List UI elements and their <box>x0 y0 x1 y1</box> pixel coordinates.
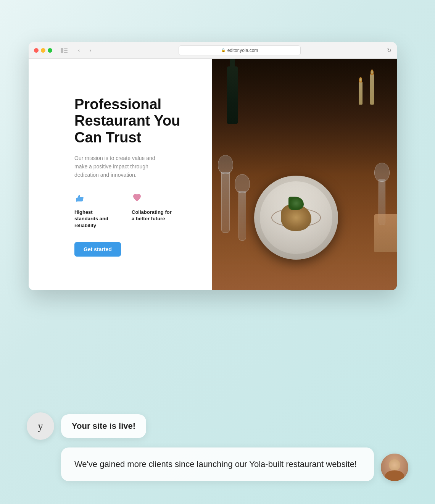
chat-section: y Your site is live! We've gained more c… <box>27 412 408 481</box>
yola-avatar: y <box>27 412 54 440</box>
traffic-lights <box>34 48 52 53</box>
svg-rect-0 <box>61 48 63 53</box>
panel-toggle-icon[interactable] <box>61 48 68 53</box>
maximize-button[interactable] <box>48 48 52 53</box>
refresh-button[interactable]: ↻ <box>387 47 392 53</box>
url-text: editor.yola.com <box>227 48 258 53</box>
browser-chrome: ‹ › 🔒 editor.yola.com ↻ <box>29 42 397 59</box>
image-overlay <box>212 59 397 290</box>
browser-nav-icons: ‹ › <box>74 46 95 55</box>
svg-rect-4 <box>76 198 77 202</box>
restaurant-scene <box>212 59 397 290</box>
hero-title: Professional Restaurant You Can Trust <box>74 96 191 146</box>
browser-window: ‹ › 🔒 editor.yola.com ↻ Professional Res… <box>29 42 397 290</box>
back-button[interactable]: ‹ <box>74 46 84 55</box>
url-bar[interactable]: 🔒 editor.yola.com <box>179 45 301 55</box>
lock-icon: 🔒 <box>221 48 226 52</box>
heart-icon <box>132 193 174 206</box>
svg-rect-3 <box>64 52 68 53</box>
features-row: Highest standards and reliability Collab… <box>74 193 191 229</box>
minimize-button[interactable] <box>41 48 45 53</box>
feature-1: Highest standards and reliability <box>74 193 116 229</box>
svg-rect-2 <box>64 50 68 51</box>
close-button[interactable] <box>34 48 39 53</box>
forward-button[interactable]: › <box>86 46 95 55</box>
feature-2-label: Collaborating for a better future <box>132 209 174 222</box>
get-started-button[interactable]: Get started <box>74 242 121 257</box>
chat-bubble-testimonial: We've gained more clients since launchin… <box>61 447 374 481</box>
hero-description: Our mission is to create value and make … <box>74 154 166 179</box>
chat-row-notification: y Your site is live! <box>27 412 408 440</box>
food-image-panel <box>212 59 397 290</box>
avatar-face <box>381 454 408 481</box>
chat-bubble-site-live: Your site is live! <box>61 414 146 438</box>
user-avatar <box>381 454 408 481</box>
left-content-panel: Professional Restaurant You Can Trust Ou… <box>29 59 212 290</box>
thumbs-up-icon <box>74 193 116 206</box>
svg-rect-1 <box>64 48 68 49</box>
feature-1-label: Highest standards and reliability <box>74 209 116 229</box>
chat-row-testimonial: We've gained more clients since launchin… <box>27 447 408 481</box>
feature-2: Collaborating for a better future <box>132 193 174 229</box>
browser-content: Professional Restaurant You Can Trust Ou… <box>29 59 397 290</box>
